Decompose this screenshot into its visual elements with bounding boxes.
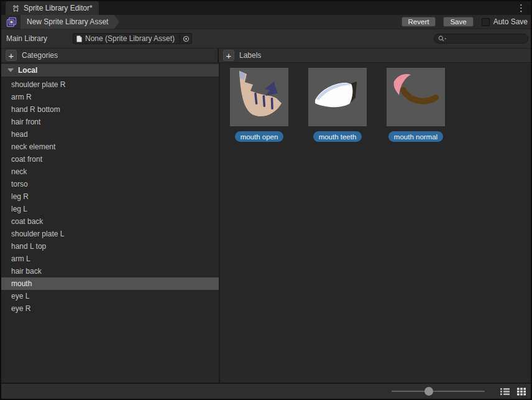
category-item[interactable]: hand L top [1, 240, 219, 253]
category-item[interactable]: head [1, 128, 219, 141]
category-item[interactable]: eye R [1, 302, 219, 315]
tab-bar: Sprite Library Editor* ⋮ [1, 1, 531, 15]
category-item[interactable]: shoulder plate L [1, 228, 219, 240]
mouth-teeth-sprite [308, 68, 367, 126]
window-menu-button[interactable]: ⋮ [516, 2, 526, 14]
sprite-thumbnail-mouth-normal[interactable] [387, 68, 445, 126]
sprite-library-editor-window: Sprite Library Editor* ⋮ New Sprite Libr… [0, 0, 532, 400]
category-item[interactable]: hair back [1, 265, 219, 277]
label-card: mouth teeth [308, 68, 367, 142]
auto-save-label: Auto Save [493, 17, 528, 26]
main-library-row: Main Library None (Sprite Library Asset) [1, 29, 531, 49]
list-view-icon [500, 388, 510, 396]
labels-header: + Labels [219, 49, 531, 62]
add-label-button[interactable]: + [223, 50, 234, 61]
category-item[interactable]: arm R [1, 91, 219, 103]
category-item[interactable]: eye L [1, 290, 219, 302]
panel-headers: + Categories + Labels [1, 49, 531, 63]
save-button[interactable]: Save [443, 17, 473, 27]
add-category-button[interactable]: + [6, 50, 17, 61]
categories-header: + Categories [1, 49, 219, 62]
breadcrumb[interactable]: New Sprite Library Asset [21, 15, 119, 29]
category-item[interactable]: hair front [1, 116, 219, 128]
sprite-thumbnail-mouth-open[interactable] [230, 68, 288, 126]
label-name-badge[interactable]: mouth open [235, 131, 284, 142]
category-item[interactable]: neck [1, 165, 219, 178]
label-card: mouth open [230, 68, 288, 142]
thumbnail-size-slider[interactable] [392, 387, 485, 396]
auto-save-checkbox[interactable] [482, 18, 490, 26]
category-item[interactable]: neck element [1, 141, 219, 153]
asset-file-icon [76, 35, 82, 42]
mouth-open-sprite [230, 68, 288, 126]
main-library-label: Main Library [6, 34, 47, 43]
grid-view-button[interactable] [516, 386, 527, 397]
category-item[interactable]: leg R [1, 190, 219, 203]
mouth-normal-sprite [387, 68, 445, 126]
breadcrumb-label: New Sprite Library Asset [27, 17, 108, 26]
sprite-library-asset-icon [6, 17, 17, 27]
category-item[interactable]: coat back [1, 215, 219, 228]
search-field[interactable] [434, 34, 528, 44]
grid-view-icon [517, 388, 526, 396]
local-group-label: Local [18, 66, 37, 75]
categories-panel: Local shoulder plate Rarm Rhand R bottom… [1, 63, 219, 383]
categories-title: Categories [22, 51, 58, 60]
category-item[interactable]: torso [1, 178, 219, 190]
labels-panel: mouth open mouth teeth [220, 63, 531, 383]
category-item[interactable]: arm L [1, 253, 219, 265]
tab-title: Sprite Library Editor* [24, 4, 93, 12]
list-view-button[interactable] [499, 386, 510, 397]
revert-button[interactable]: Revert [401, 17, 436, 27]
category-item[interactable]: hand R bottom [1, 103, 219, 116]
search-icon [438, 35, 447, 42]
content-area: Local shoulder plate Rarm Rhand R bottom… [1, 63, 531, 383]
toolbar: New Sprite Library Asset Revert Save Aut… [1, 15, 531, 29]
category-item[interactable]: shoulder plate R [1, 78, 219, 91]
slider-track[interactable] [392, 391, 485, 392]
library-icon [12, 4, 20, 12]
bottom-bar [1, 383, 531, 399]
category-item[interactable]: coat front [1, 153, 219, 165]
labels-title: Labels [239, 51, 261, 60]
category-item[interactable]: leg L [1, 203, 219, 215]
slider-thumb[interactable] [424, 387, 433, 396]
label-grid: mouth open mouth teeth [230, 68, 531, 142]
category-item[interactable]: mouth [1, 277, 219, 290]
label-card: mouth normal [387, 68, 445, 142]
sprite-thumbnail-mouth-teeth[interactable] [308, 68, 367, 126]
category-list: shoulder plate Rarm Rhand R bottomhair f… [1, 78, 219, 315]
main-library-object-field[interactable]: None (Sprite Library Asset) [73, 33, 192, 44]
tab-sprite-library-editor[interactable]: Sprite Library Editor* [6, 1, 99, 15]
foldout-arrow-icon [7, 68, 14, 72]
local-group-foldout[interactable]: Local [1, 64, 219, 77]
search-input[interactable] [447, 34, 524, 43]
label-name-badge[interactable]: mouth normal [388, 131, 443, 142]
label-name-badge[interactable]: mouth teeth [313, 131, 362, 142]
object-picker-icon[interactable] [180, 34, 191, 44]
object-field-value: None (Sprite Library Asset) [85, 34, 180, 43]
